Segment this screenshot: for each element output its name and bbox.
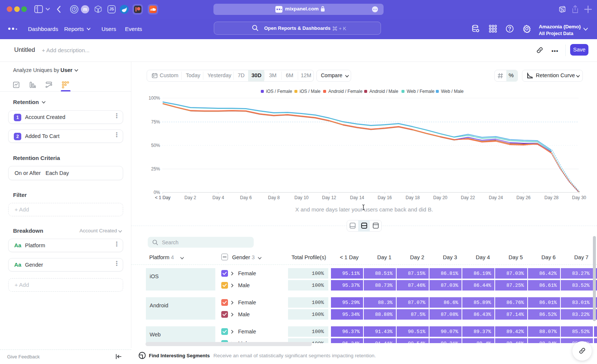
svg-text:N: N [562,9,565,12]
